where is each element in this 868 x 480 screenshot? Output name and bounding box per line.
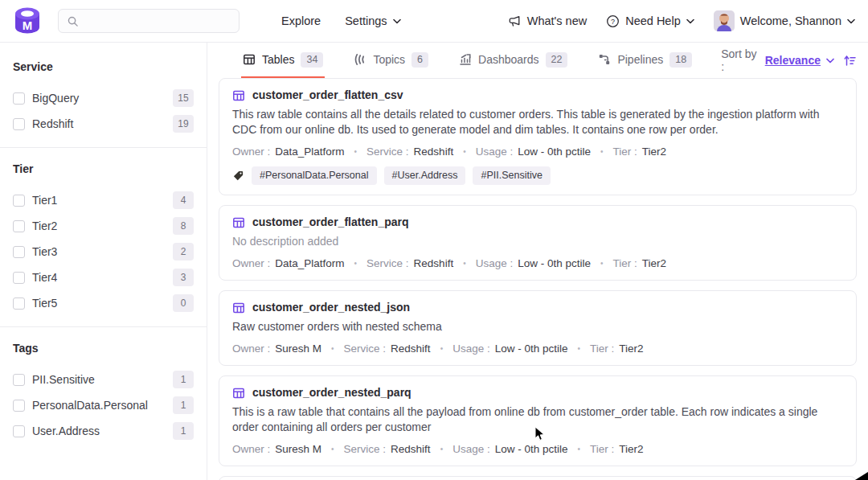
meta-label-usage: Usage : [452, 442, 490, 456]
filter-item-tier3[interactable]: Tier32 [13, 239, 194, 265]
checkbox[interactable] [13, 374, 25, 386]
tag-pill-personaldata-personal[interactable]: #PersonalData.Personal [252, 166, 377, 185]
sort-by-label: Sort by : [721, 47, 760, 73]
filter-item-tier4[interactable]: Tier43 [13, 265, 194, 290]
meta-label-tier: Tier : [590, 442, 614, 456]
meta-label-owner: Owner : [232, 145, 270, 158]
sidebar-divider [0, 147, 207, 148]
pipelines-icon [598, 53, 611, 66]
need-help-menu[interactable]: ? Need Help [606, 14, 694, 28]
meta-separator: • [331, 342, 334, 355]
filter-item-personaldata-personal[interactable]: PersonalData.Personal1 [13, 392, 194, 418]
checkbox[interactable] [13, 425, 25, 437]
checkbox[interactable] [13, 92, 25, 105]
avatar [714, 10, 735, 31]
table-card-customer-order-nested-json[interactable]: customer_order_nested_jsonRaw customer o… [219, 290, 857, 366]
sidebar-section-title: Tags [13, 342, 194, 355]
filter-item-tier2[interactable]: Tier28 [13, 213, 194, 239]
card-tags-row: #PersonalData.Personal#User.Address#PII.… [232, 166, 843, 185]
filter-count-badge: 1 [173, 371, 194, 388]
filter-item-label: Tier1 [32, 194, 57, 207]
svg-text:M: M [23, 18, 33, 32]
card-description: No description added [232, 234, 843, 249]
card-title[interactable]: customer_order_flatten_parq [252, 215, 409, 229]
card-description: Raw customer orders with nested schema [232, 319, 843, 334]
card-title[interactable]: customer_order_nested_json [252, 301, 410, 314]
tab-dashboards[interactable]: Dashboards22 [457, 43, 569, 78]
filter-sidebar: ServiceBigQuery15Redshift19TierTier14Tie… [0, 43, 207, 480]
content-area: ServiceBigQuery15Redshift19TierTier14Tie… [0, 42, 868, 480]
checkbox[interactable] [13, 246, 25, 258]
need-help-label: Need Help [625, 14, 681, 27]
card-title-row: customer_order_flatten_parq [232, 215, 843, 229]
meta-label-tier: Tier : [613, 256, 637, 270]
whats-new-link[interactable]: What's new [508, 14, 588, 28]
tag-pill-user-address[interactable]: #User.Address [384, 166, 466, 185]
meta-label-tier: Tier : [590, 342, 614, 355]
filter-item-tier5[interactable]: Tier50 [13, 290, 194, 316]
checkbox[interactable] [13, 118, 25, 130]
filter-item-label: Tier2 [32, 219, 57, 232]
tab-topics[interactable]: Topics6 [352, 43, 430, 78]
meta-separator: • [440, 342, 444, 355]
filter-count-badge: 4 [173, 191, 194, 209]
tab-tables[interactable]: Tables34 [241, 43, 325, 78]
meta-separator: • [577, 442, 580, 456]
main-panel: Tables34Topics6Dashboards22Pipelines18 S… [207, 43, 868, 480]
meta-label-owner: Owner : [232, 442, 270, 456]
openmetadata-logo[interactable]: M [13, 6, 42, 35]
tab-pipelines[interactable]: Pipelines18 [596, 43, 694, 78]
checkbox[interactable] [13, 272, 25, 284]
meta-label-service: Service : [366, 145, 409, 158]
tab-count-badge: 18 [669, 52, 692, 68]
table-icon [232, 387, 245, 400]
checkbox[interactable] [13, 297, 25, 310]
nav-explore[interactable]: Explore [281, 14, 321, 27]
meta-separator: • [440, 442, 444, 456]
meta-separator: • [577, 342, 580, 355]
meta-separator: • [463, 145, 466, 158]
sort-field-dropdown[interactable]: Relevance [765, 54, 821, 67]
chevron-down-icon[interactable] [826, 58, 834, 64]
filter-item-bigquery[interactable]: BigQuery15 [13, 85, 194, 111]
tabs-group: Tables34Topics6Dashboards22Pipelines18 [241, 43, 721, 78]
nav-settings[interactable]: Settings [345, 14, 400, 27]
meta-value-service: Redshift [391, 442, 431, 456]
meta-value-tier: Tier2 [619, 442, 643, 456]
topics-icon [354, 53, 366, 66]
table-icon [243, 53, 256, 66]
filter-item-redshift[interactable]: Redshift19 [13, 111, 194, 137]
tab-label: Pipelines [617, 53, 663, 66]
card-title-row: customer_order_nested_json [232, 301, 843, 314]
table-card-customer-order-nested-parq[interactable]: customer_order_nested_parqThis is a raw … [219, 375, 857, 466]
checkbox[interactable] [13, 400, 25, 412]
filter-count-badge: 15 [173, 89, 194, 107]
meta-value-owner: Suresh M [275, 442, 321, 456]
help-circle-icon: ? [606, 14, 620, 28]
card-title[interactable]: customer_order_flatten_csv [252, 88, 403, 102]
checkbox[interactable] [13, 195, 25, 207]
sort-ascending-icon[interactable] [843, 54, 857, 68]
table-card-customer-order-flatten-parq[interactable]: customer_order_flatten_parqNo descriptio… [219, 205, 857, 281]
chevron-down-icon [847, 18, 855, 24]
table-icon [232, 89, 245, 102]
card-meta-row: Owner :Suresh M•Service :Redshift•Usage … [232, 442, 843, 456]
filter-item-tier1[interactable]: Tier14 [13, 187, 194, 213]
top-header: M Explore Settings [0, 0, 868, 42]
global-search[interactable] [58, 9, 240, 33]
meta-label-usage: Usage : [476, 145, 514, 158]
tag-pill-pii-sensitive[interactable]: #PII.Sensitive [473, 166, 550, 185]
card-title[interactable]: customer_order_nested_parq [252, 386, 411, 400]
search-input[interactable] [84, 14, 231, 28]
meta-label-usage: Usage : [452, 342, 490, 355]
user-menu[interactable]: Welcome, Shannon [714, 10, 855, 31]
checkbox[interactable] [13, 220, 25, 232]
filter-item-pii-sensitive[interactable]: PII.Sensitive1 [13, 367, 194, 392]
meta-label-service: Service : [366, 256, 409, 270]
meta-value-usage: Low - 0th pctile [495, 442, 568, 456]
corner-artifact [855, 472, 868, 480]
filter-item-user-address[interactable]: User.Address1 [13, 418, 194, 444]
card-meta-row: Owner :Data_Platform•Service :Redshift•U… [232, 256, 843, 270]
whats-new-label: What's new [527, 14, 588, 27]
table-card-customer-order-flatten-csv[interactable]: customer_order_flatten_csvThis raw table… [219, 78, 857, 195]
